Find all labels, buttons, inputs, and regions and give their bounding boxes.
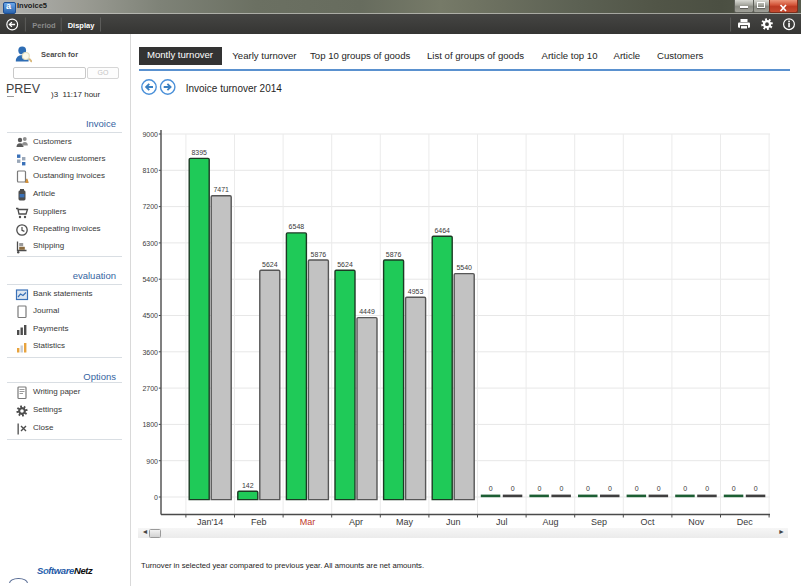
svg-text:Jul: Jul [496,517,508,527]
svg-text:0: 0 [608,485,612,492]
svg-text:4449: 4449 [359,308,375,315]
svg-text:0: 0 [559,485,563,492]
svg-text:0: 0 [154,494,158,501]
svg-text:Aug: Aug [542,517,558,527]
svg-text:7471: 7471 [213,186,229,193]
svg-text:Dec: Dec [737,517,754,527]
svg-text:5624: 5624 [337,261,353,268]
svg-text:Mar: Mar [300,517,316,527]
svg-text:Period: Period [32,21,56,30]
svg-text:0: 0 [489,485,493,492]
svg-text:4500: 4500 [142,312,158,319]
svg-text:0: 0 [705,485,709,492]
svg-text:4953: 4953 [408,288,424,295]
svg-text:0: 0 [537,485,541,492]
svg-text:Apr: Apr [349,517,363,527]
svg-text:0: 0 [586,485,590,492]
svg-text:Display: Display [68,21,96,30]
svg-text:900: 900 [146,458,158,465]
svg-text:3600: 3600 [142,349,158,356]
svg-text:5876: 5876 [386,251,402,258]
svg-text:1800: 1800 [142,421,158,428]
svg-text:0: 0 [657,485,661,492]
svg-text:0: 0 [732,485,736,492]
svg-text:6300: 6300 [142,240,158,247]
svg-text:6464: 6464 [434,227,450,234]
svg-text:5400: 5400 [142,276,158,283]
svg-text:Jun: Jun [446,517,461,527]
svg-text:Jan'14: Jan'14 [197,517,223,527]
svg-text:0: 0 [635,485,639,492]
svg-text:0: 0 [683,485,687,492]
svg-text:0: 0 [511,485,515,492]
svg-text:5876: 5876 [311,251,327,258]
svg-text:7200: 7200 [142,203,158,210]
svg-text:Oct: Oct [641,517,656,527]
svg-text:5624: 5624 [262,261,278,268]
svg-text:9000: 9000 [142,131,158,138]
svg-text:5540: 5540 [456,264,472,271]
svg-text:Feb: Feb [251,517,267,527]
svg-text:6548: 6548 [289,223,305,230]
svg-text:0: 0 [754,485,758,492]
svg-text:2700: 2700 [142,385,158,392]
svg-text:May: May [396,517,414,527]
svg-text:Sep: Sep [591,517,607,527]
svg-text:8395: 8395 [191,149,207,156]
svg-text:142: 142 [242,482,254,489]
svg-text:Nov: Nov [688,517,705,527]
svg-text:8100: 8100 [142,167,158,174]
